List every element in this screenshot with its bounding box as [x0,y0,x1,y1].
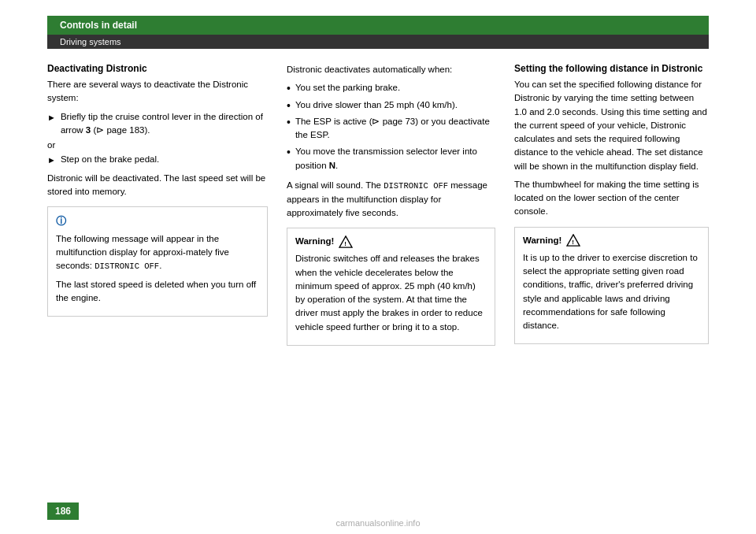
distronic-off-code-1: DISTRONIC OFF [94,261,159,271]
bullet-2: ► Step on the brake pedal. [47,153,268,167]
bullet-1: ► Briefly tip the cruise control lever i… [47,110,268,138]
dot-icon-2: • [287,100,291,111]
right-column: Setting the following distance in Distro… [514,63,709,346]
info-box: ⓘ The following message will appear in t… [47,206,268,317]
middle-warning-header: Warning! ! [295,235,487,248]
left-section-title: Deactivating Distronic [47,63,268,74]
bold-3: 3 [86,125,91,135]
signal-text: A signal will sound. The DISTRONIC OFF m… [287,179,495,220]
middle-warning-text: Distronic switches off and releases the … [295,252,487,334]
chapter-header: Controls in detail [47,16,709,35]
right-section-title: Setting the following distance in Distro… [514,63,709,74]
middle-bullet-4: • You move the transmission selector lev… [287,145,495,172]
bullet-1-text: Briefly tip the cruise control lever in … [61,110,268,138]
info-line-2: The last stored speed is deleted when yo… [56,278,259,306]
watermark: carmanualsonline.info [0,518,756,528]
middle-warning-title: Warning! [295,235,334,248]
right-warning-text: It is up to the driver to exercise discr… [523,251,700,333]
bullet-2-text: Step on the brake pedal. [61,153,159,166]
info-line-1: The following message will appear in the… [56,232,259,273]
middle-bullet-1: • You set the parking brake. [287,81,495,95]
svg-text:!: ! [345,240,347,247]
svg-text:!: ! [573,239,575,246]
section-title-bar: Driving systems [60,37,121,46]
distronic-deactivate-note: Distronic will be deactivated. The last … [47,172,268,199]
arrow-icon-2: ► [47,154,56,167]
middle-intro: Distronic deactivates automatically when… [287,63,495,76]
bold-n: N [329,161,335,170]
middle-bullet-3: • The ESP is active (⊳ page 73) or you d… [287,115,495,143]
or-text: or [47,140,268,150]
right-warning-title: Warning! [523,234,561,247]
warning-triangle-icon-middle: ! [339,235,353,248]
dot-icon-3: • [287,117,291,128]
middle-bullet-2-text: You drive slower than 25 mph (40 km/h). [295,98,458,112]
section-header: Driving systems [47,35,709,49]
middle-bullet-2: • You drive slower than 25 mph (40 km/h)… [287,98,495,112]
warning-triangle-icon-right: ! [566,234,580,247]
dot-icon-1: • [287,83,291,94]
page-number: 186 [47,502,79,520]
left-column: Deactivating Distronic There are several… [47,63,268,346]
chapter-title: Controls in detail [60,20,137,31]
arrow-icon-1: ► [47,111,56,124]
middle-bullet-4-text: You move the transmission selector lever… [295,145,495,172]
dot-icon-4: • [287,146,291,158]
middle-column: Distronic deactivates automatically when… [287,63,495,346]
right-body-2: The thumbwheel for making the time setti… [514,178,709,219]
right-warning-box: Warning! ! It is up to the driver to exe… [514,227,709,345]
middle-bullet-3-text: The ESP is active (⊳ page 73) or you dea… [295,115,495,143]
right-body-1: You can set the specified following dist… [514,78,709,173]
right-warning-header: Warning! ! [523,234,700,247]
middle-warning-box: Warning! ! Distronic switches off and re… [287,228,495,346]
left-intro: There are several ways to deactivate the… [47,78,268,106]
distronic-off-code-2: DISTRONIC OFF [384,181,448,191]
main-content: Deactivating Distronic There are several… [47,63,709,346]
info-icon: ⓘ [56,213,259,229]
middle-bullet-1-text: You set the parking brake. [295,81,400,95]
